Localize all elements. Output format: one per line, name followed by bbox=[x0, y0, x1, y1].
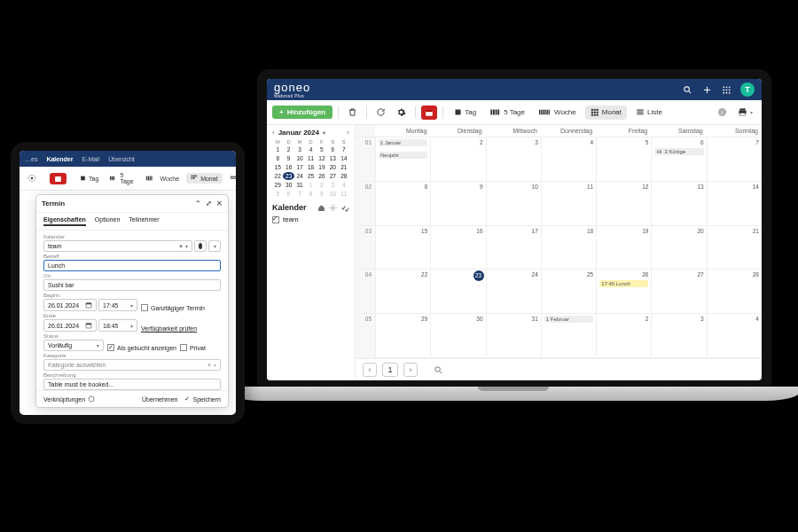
day-cell[interactable]: 20 bbox=[651, 226, 706, 270]
mini-day[interactable]: 5 bbox=[317, 145, 327, 153]
mini-day[interactable]: 7 bbox=[294, 190, 305, 198]
view-woche[interactable]: Woche bbox=[142, 173, 184, 184]
today-icon[interactable] bbox=[421, 106, 437, 120]
day-cell[interactable]: 4 bbox=[541, 137, 596, 181]
day-cell[interactable]: 22 bbox=[375, 270, 430, 313]
tab-optionen[interactable]: Optionen bbox=[95, 216, 120, 226]
view-woche[interactable]: Woche bbox=[534, 106, 582, 119]
mini-day[interactable]: 8 bbox=[272, 154, 283, 162]
clear-icon[interactable]: × bbox=[207, 362, 211, 368]
mini-day[interactable]: 7 bbox=[339, 145, 349, 153]
day-cell[interactable]: 9 bbox=[430, 182, 485, 225]
day-cell[interactable]: 1 Februar bbox=[541, 314, 596, 357]
mini-day[interactable]: 9 bbox=[283, 154, 293, 162]
mini-day[interactable]: 23 bbox=[283, 172, 293, 180]
calendar-item[interactable]: team bbox=[272, 215, 349, 223]
nav-item-email[interactable]: E-Mail bbox=[82, 156, 99, 162]
day-cell[interactable]: 12 bbox=[596, 182, 651, 225]
mini-day[interactable]: 11 bbox=[339, 190, 349, 198]
chevron-down-icon[interactable]: ▾ bbox=[323, 129, 325, 136]
mini-day[interactable]: 16 bbox=[283, 163, 293, 171]
day-cell[interactable]: 6 Hl. 3 Könige bbox=[651, 137, 706, 181]
day-cell[interactable]: 18 bbox=[541, 226, 596, 270]
kategorie-select[interactable]: Kategorie auswählen ×▾ bbox=[43, 359, 221, 371]
page-number[interactable]: 1 bbox=[382, 363, 398, 377]
mini-day[interactable]: 8 bbox=[305, 190, 316, 198]
day-cell[interactable]: 26 17:45 Lunch bbox=[596, 270, 651, 313]
clear-icon[interactable]: × bbox=[179, 243, 183, 249]
mini-day[interactable]: 19 bbox=[317, 163, 327, 171]
event-chip[interactable]: Neujahr bbox=[379, 152, 427, 159]
mini-day[interactable]: 10 bbox=[327, 190, 338, 198]
day-cell[interactable]: 4 bbox=[707, 314, 762, 357]
mini-day[interactable]: 15 bbox=[272, 163, 283, 171]
close-icon[interactable]: ✕ bbox=[216, 200, 223, 207]
day-cell[interactable]: 5 bbox=[596, 137, 651, 181]
day-cell[interactable]: 25 bbox=[541, 270, 596, 313]
view-tag[interactable]: Tag bbox=[75, 173, 103, 184]
prev-month-icon[interactable]: ‹ bbox=[272, 129, 275, 137]
next-month-icon[interactable]: › bbox=[347, 129, 349, 137]
nav-item-kalender[interactable]: Kalender bbox=[46, 156, 73, 162]
zoom-icon[interactable] bbox=[434, 365, 443, 375]
view-monat[interactable]: Monat bbox=[585, 106, 627, 120]
mini-day[interactable]: 24 bbox=[294, 172, 305, 180]
dropdown-button[interactable]: ▾ bbox=[208, 240, 221, 252]
refresh-icon[interactable] bbox=[372, 105, 389, 120]
minimize-icon[interactable]: ⌃ bbox=[195, 200, 201, 207]
day-cell[interactable]: 19 bbox=[596, 226, 651, 270]
mini-day[interactable]: 21 bbox=[339, 163, 349, 171]
event-chip[interactable]: 17:45 Lunch bbox=[599, 280, 648, 287]
day-cell[interactable]: 28 bbox=[707, 270, 762, 313]
mini-day[interactable]: 6 bbox=[327, 145, 338, 153]
day-cell[interactable]: 16 bbox=[430, 226, 485, 270]
home-icon[interactable] bbox=[317, 204, 325, 212]
gear-icon[interactable] bbox=[23, 172, 41, 184]
day-cell[interactable]: 30 bbox=[430, 314, 485, 357]
mini-day[interactable]: 3 bbox=[327, 181, 338, 189]
mini-day[interactable]: 10 bbox=[294, 154, 305, 162]
day-cell[interactable]: 31 bbox=[486, 314, 541, 357]
ganztag-checkbox[interactable]: Ganztägiger Termin bbox=[141, 304, 205, 311]
avatar[interactable]: T bbox=[740, 82, 755, 97]
expand-icon[interactable]: ⤢ bbox=[206, 200, 212, 207]
info-icon[interactable]: i bbox=[714, 105, 731, 120]
view-5tage[interactable]: 5 Tage bbox=[485, 106, 530, 119]
color-button[interactable] bbox=[194, 240, 207, 252]
day-cell[interactable]: 7 bbox=[707, 137, 762, 181]
mini-day[interactable]: 5 bbox=[272, 190, 283, 198]
nav-item[interactable]: …es bbox=[25, 156, 37, 162]
day-cell[interactable]: 8 bbox=[375, 182, 430, 225]
checklist-icon[interactable] bbox=[340, 204, 349, 212]
event-chip[interactable]: 1 Januar bbox=[379, 139, 427, 146]
mini-day[interactable]: 9 bbox=[317, 190, 327, 198]
day-cell[interactable]: 24 bbox=[486, 270, 541, 313]
day-cell[interactable]: 13 bbox=[651, 182, 706, 225]
day-cell[interactable]: 2 bbox=[596, 314, 651, 357]
mini-day[interactable]: 11 bbox=[305, 154, 316, 162]
mini-day[interactable]: 30 bbox=[283, 181, 293, 189]
mini-day[interactable]: 17 bbox=[294, 163, 305, 171]
links-button[interactable]: Verknüpfungen bbox=[43, 395, 95, 403]
nav-item-uebersicht[interactable]: Übersicht bbox=[108, 156, 135, 162]
mini-day[interactable]: 3 bbox=[294, 145, 305, 153]
mini-day[interactable]: 13 bbox=[327, 154, 338, 162]
day-cell[interactable]: 29 bbox=[375, 314, 430, 357]
mini-day[interactable]: 1 bbox=[305, 181, 316, 189]
day-cell[interactable]: 3 bbox=[486, 137, 541, 181]
day-cell[interactable]: 14 bbox=[707, 182, 762, 225]
ende-date-input[interactable]: 26.01.2024 bbox=[43, 319, 97, 332]
mini-day[interactable]: 4 bbox=[339, 181, 349, 189]
ort-input[interactable]: Sushi bar bbox=[43, 279, 221, 291]
mini-day[interactable]: 1 bbox=[272, 145, 283, 153]
today-icon[interactable] bbox=[50, 173, 66, 184]
day-cell[interactable]: 27 bbox=[651, 270, 706, 313]
mini-day[interactable]: 14 bbox=[339, 154, 349, 162]
mini-day[interactable]: 20 bbox=[327, 163, 338, 171]
tab-eigenschaften[interactable]: Eigenschaften bbox=[43, 216, 86, 226]
beginn-time-input[interactable]: 17:45▾ bbox=[98, 299, 137, 311]
page-prev[interactable]: ‹ bbox=[363, 363, 377, 377]
mini-day[interactable]: 29 bbox=[272, 181, 283, 189]
trash-icon[interactable] bbox=[344, 105, 361, 120]
search-icon[interactable] bbox=[682, 84, 692, 95]
